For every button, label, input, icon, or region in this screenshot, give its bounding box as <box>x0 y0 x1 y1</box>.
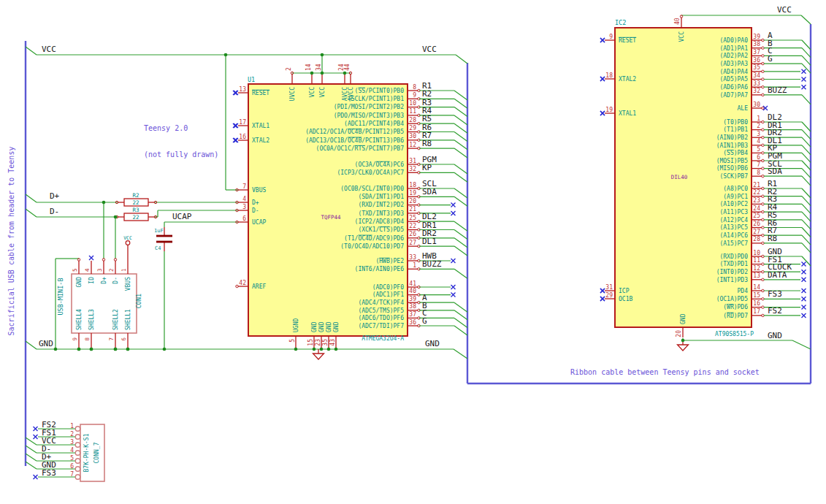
pin-number: 6 <box>242 215 246 222</box>
bus-entry <box>802 196 811 206</box>
pin-number: 31 <box>409 158 416 164</box>
pin-number: 7 <box>70 471 74 478</box>
bus-entry <box>802 235 811 245</box>
pin-number: 40 <box>674 18 681 25</box>
pin-number: 32 <box>753 88 760 94</box>
pin-number: 33 <box>753 80 760 87</box>
pin-number: 30 <box>753 102 760 108</box>
pin-name: (PDI/MOSI/PCINT2)PB2 <box>334 104 405 110</box>
bus-entry <box>454 91 467 100</box>
pin-name: (INT0)PD2 <box>716 269 749 275</box>
bus-entry <box>802 188 811 198</box>
bus-entry <box>802 212 811 221</box>
bus-entry <box>802 130 811 140</box>
conn7-pin-circle <box>75 451 80 455</box>
pin-number: 28 <box>409 117 416 123</box>
pin-name: VCC <box>678 31 685 42</box>
net-label-buzz: BUZZ <box>422 259 442 269</box>
pin-name: GND <box>333 321 340 332</box>
pin-number: 5 <box>289 339 296 343</box>
resistor-value: 22 <box>132 214 139 221</box>
conn7-reference: CONN_7 <box>93 442 100 463</box>
pin-name: XTAL2 <box>252 137 269 144</box>
net-label-data: DATA <box>768 270 787 280</box>
pin-name: (INT6/AIN0)PE6 <box>355 266 405 272</box>
bus-entry <box>454 107 467 117</box>
pin-name: (A8)PC0 <box>723 186 748 192</box>
pin-name: UGND <box>293 318 299 332</box>
pin-name: (HWB)PE2 <box>375 258 404 264</box>
power-label-gnd-left: GND <box>39 339 53 348</box>
bus-entry <box>454 238 467 248</box>
pin-end <box>762 167 764 169</box>
u1-reference: U1 <box>248 76 255 83</box>
pin-name: (AD3)PA3 <box>719 61 748 67</box>
pin-number: 3 <box>757 131 760 137</box>
no-connect-x-icon <box>451 285 456 289</box>
pin-name: (AD5)PA5 <box>719 76 748 83</box>
pin-number: 13 <box>753 272 760 279</box>
pin-number: 36 <box>409 319 416 326</box>
pin-name: (SS/PCINT0)PB0 <box>355 88 405 94</box>
pin-number: 4 <box>757 138 760 145</box>
gnd-symbol-icon <box>678 345 689 351</box>
pin-end <box>762 278 764 280</box>
no-connect-x-icon <box>802 305 806 310</box>
pin-number: 10 <box>409 100 416 107</box>
power-label-gnd-mid: GND <box>425 339 440 348</box>
net-label-dl1: DL1 <box>422 237 437 246</box>
pin-number: 44 <box>344 64 351 71</box>
no-connect-x-icon <box>600 77 605 81</box>
pin-end <box>762 298 764 300</box>
pin-name: D- <box>112 277 119 284</box>
pin-number: 7 <box>108 337 115 341</box>
pin-number: 24 <box>753 205 760 212</box>
pin-end <box>762 70 764 72</box>
pin-name: D- <box>252 207 259 214</box>
schematic-canvas: VCCD+D-GNDUCAPVCCGNDVCCGNDU1TQFP44ATMEGA… <box>0 0 826 504</box>
bus-entry <box>26 446 37 453</box>
pin-name: (AD0)PA0 <box>719 37 748 44</box>
pin-end <box>762 314 764 316</box>
pin-number: 5 <box>70 455 74 462</box>
pin-number: 8 <box>757 169 760 176</box>
pin-number: 35 <box>322 339 329 346</box>
no-connect-x-icon <box>802 278 806 282</box>
bus-entry <box>802 228 811 237</box>
junction-dot <box>114 348 118 351</box>
conn7-pin-circle <box>75 427 80 431</box>
pin-number: 15 <box>753 292 760 299</box>
conn7-pin-circle <box>75 443 80 447</box>
pin-name: XTAL1 <box>252 123 269 129</box>
pin-name: (ADC13/OC1B/OC4B/PCINT13)PB6 <box>305 137 404 144</box>
pin-number: 7 <box>242 183 246 190</box>
pin-end <box>762 306 764 308</box>
pin-number: 4 <box>70 447 74 454</box>
pin-name: PD4 <box>738 288 749 294</box>
pin-name: (ADC11/PCINT4)PB4 <box>344 121 404 127</box>
pin-number: 2 <box>757 123 760 129</box>
pin-name: (A10)PC2 <box>719 201 748 207</box>
pin-number: 18 <box>605 72 613 79</box>
pin-name: (INT1)PD3 <box>716 277 749 283</box>
power-label-ucap: UCAP <box>172 212 192 221</box>
bus-entry <box>454 148 467 158</box>
pin-number: 17 <box>753 308 760 315</box>
pin-number: 8 <box>413 84 416 91</box>
bus-entry <box>454 196 467 206</box>
pin-number: 11 <box>409 108 416 115</box>
bus-entry <box>454 318 467 327</box>
pin-name: (SS)PB4 <box>723 150 748 156</box>
pin-name: (ICP2/ADC8)PD4 <box>355 218 405 225</box>
pin-end <box>762 210 764 213</box>
no-connect-x-icon <box>234 123 238 128</box>
pin-name: AREF <box>252 283 266 290</box>
no-connect-x-icon <box>34 475 38 479</box>
conn7-pin-circle <box>75 467 80 471</box>
pin-number: 20 <box>676 330 682 337</box>
pin-number: 40 <box>409 288 416 294</box>
pin-number: 3 <box>96 268 103 272</box>
pin-name: VBUS <box>252 187 266 194</box>
pin-number: 29 <box>605 292 613 299</box>
bus-entry <box>454 172 467 182</box>
